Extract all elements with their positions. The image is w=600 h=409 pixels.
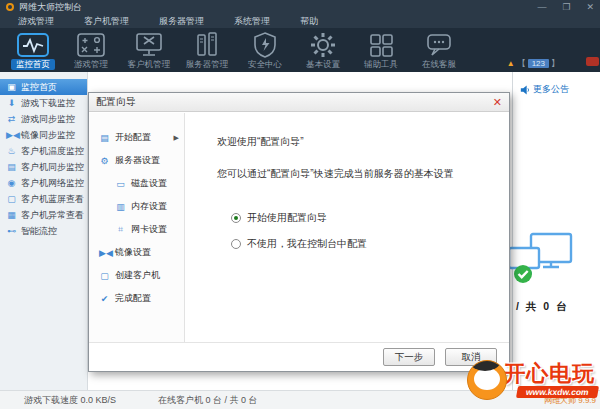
nic-settings-icon: ⌗: [115, 224, 126, 235]
sidebar: ▣ 监控首页 ⬇ 游戏下载监控 ⇄ 游戏同步监控 ▶◀ 镜像同步监控 ♨ 客户机…: [0, 72, 88, 390]
config-wizard-dialog: 配置向导 ✕ ▤ 开始配置 ▶ ⚙ 服务器设置 ▭ 磁盘设置 ▥: [88, 92, 510, 372]
shield-lightning-icon: [236, 31, 294, 58]
tool-auxiliary-tools[interactable]: 辅助工具: [352, 28, 410, 72]
maximize-button[interactable]: ❐: [562, 0, 570, 14]
download-icon: ⬇: [6, 98, 17, 108]
tools-grid-icon: [352, 31, 410, 58]
warning-triangle-icon: ▲: [507, 59, 515, 68]
monitor-pulse-icon: [4, 31, 62, 58]
server-settings-icon: ⚙: [99, 156, 110, 166]
alert-badge[interactable]: ▲ 【 123 】: [507, 57, 560, 70]
tool-client-management[interactable]: 客户机管理: [120, 28, 178, 72]
bluescreen-icon: ▢: [6, 194, 17, 204]
titlebar: 网维大师控制台 — ❐ ✕: [0, 0, 600, 14]
radio-unselected-icon[interactable]: [231, 239, 241, 249]
tool-monitor-home[interactable]: 监控首页: [4, 28, 62, 72]
online-clients-text: 在线客户机 0 台 / 共 0 台: [158, 394, 258, 407]
step-nic-settings[interactable]: ⌗ 网卡设置: [89, 218, 184, 241]
mirror-icon: ▶◀: [6, 130, 17, 140]
step-finish-config[interactable]: ✔ 完成配置: [89, 287, 184, 310]
corner-red-icon: [586, 57, 599, 66]
close-button[interactable]: ✕: [586, 0, 594, 14]
clients-count-text: / 共 0 台: [516, 300, 569, 314]
dialog-close-icon[interactable]: ✕: [493, 96, 502, 109]
finish-config-icon: ✔: [99, 294, 110, 304]
next-button[interactable]: 下一步: [383, 348, 435, 366]
wizard-content: 欢迎使用“配置向导” 您可以通过“配置向导”快速完成当前服务器的基本设置 开始使…: [185, 113, 509, 342]
tool-security-center[interactable]: 安全中心: [236, 28, 294, 72]
sidebar-item-client-sync-monitor[interactable]: ▤ 客户机同步监控: [0, 159, 87, 175]
app-logo-icon: [6, 3, 14, 11]
client-sync-icon: ▤: [6, 162, 17, 172]
mascot-logo-icon: [467, 360, 507, 400]
step-memory-settings[interactable]: ▥ 内存设置: [89, 195, 184, 218]
client-monitor-icon: [120, 31, 178, 58]
image-settings-icon: ▶◀: [99, 248, 110, 258]
step-create-client[interactable]: ▢ 创建客户机: [89, 264, 184, 287]
menu-server-management[interactable]: 服务器管理: [159, 15, 204, 28]
sidebar-item-smart-flow-control[interactable]: ⊷ 智能流控: [0, 223, 87, 239]
tool-server-management[interactable]: 服务器管理: [178, 28, 236, 72]
menu-game-management[interactable]: 游戏管理: [18, 15, 54, 28]
minimize-button[interactable]: —: [537, 0, 546, 14]
exception-icon: ▦: [6, 210, 17, 220]
step-server-settings[interactable]: ⚙ 服务器设置: [89, 149, 184, 172]
welcome-text: 欢迎使用“配置向导”: [217, 135, 499, 149]
download-speed-text: 游戏下载速度 0.0 KB/S: [24, 394, 116, 407]
server-icon: [178, 31, 236, 58]
step-image-settings[interactable]: ▶◀ 镜像设置: [89, 241, 184, 264]
sidebar-item-image-sync-monitor[interactable]: ▶◀ 镜像同步监控: [0, 127, 87, 143]
flow-control-icon: ⊷: [6, 226, 17, 236]
dialog-titlebar: 配置向导 ✕: [89, 93, 509, 112]
kxdw-watermark: 开心电玩 www.kxdw.com: [467, 360, 598, 400]
speaker-icon: [520, 85, 530, 95]
right-panel: 更多公告 / 共 0 台: [512, 72, 600, 390]
create-client-icon: ▢: [99, 271, 110, 281]
more-announcements-link[interactable]: 更多公告: [520, 83, 600, 96]
step-start-config[interactable]: ▤ 开始配置 ▶: [89, 126, 184, 149]
gear-icon: [294, 31, 352, 58]
sidebar-item-game-download-monitor[interactable]: ⬇ 游戏下载监控: [0, 95, 87, 111]
dialog-title: 配置向导: [96, 95, 136, 109]
memory-settings-icon: ▥: [115, 202, 126, 212]
radio-use-wizard[interactable]: 开始使用配置向导: [231, 211, 499, 225]
chat-bubble-icon: [410, 31, 468, 58]
sidebar-item-monitor-home[interactable]: ▣ 监控首页: [0, 79, 87, 95]
menu-help[interactable]: 帮助: [300, 15, 318, 28]
sidebar-item-client-exception-view[interactable]: ▦ 客户机异常查看: [0, 207, 87, 223]
sidebar-item-client-network-monitor[interactable]: ◉ 客户机网络监控: [0, 175, 87, 191]
disk-settings-icon: ▭: [115, 179, 126, 189]
start-config-icon: ▤: [99, 133, 110, 143]
menubar: 游戏管理 客户机管理 服务器管理 系统管理 帮助: [0, 14, 600, 28]
radio-selected-icon[interactable]: [231, 213, 241, 223]
current-step-arrow-icon: ▶: [174, 134, 179, 142]
dialog-footer: 下一步 取消: [89, 342, 509, 371]
alert-count: 123: [528, 59, 549, 68]
sync-icon: ⇄: [6, 114, 17, 124]
menu-client-management[interactable]: 客户机管理: [84, 15, 129, 28]
network-icon: ◉: [6, 178, 17, 188]
watermark-url: www.kxdw.com: [516, 386, 599, 398]
tool-game-management[interactable]: 游戏管理: [62, 28, 120, 72]
step-disk-settings[interactable]: ▭ 磁盘设置: [89, 172, 184, 195]
window-title: 网维大师控制台: [19, 1, 82, 14]
monitor-home-icon: ▣: [6, 82, 17, 92]
tool-basic-settings[interactable]: 基本设置: [294, 28, 352, 72]
description-text: 您可以通过“配置向导”快速完成当前服务器的基本设置: [217, 167, 499, 181]
tool-online-service[interactable]: 在线客服: [410, 28, 468, 72]
sidebar-item-client-temperature-monitor[interactable]: ♨ 客户机温度监控: [0, 143, 87, 159]
sidebar-item-client-bluescreen-view[interactable]: ▢ 客户机蓝屏查看: [0, 191, 87, 207]
clients-illustration: [505, 230, 577, 292]
temperature-icon: ♨: [6, 146, 17, 156]
games-grid-icon: [62, 31, 120, 58]
wizard-steps: ▤ 开始配置 ▶ ⚙ 服务器设置 ▭ 磁盘设置 ▥ 内存设置 ⌗: [89, 113, 185, 342]
menu-system-management[interactable]: 系统管理: [234, 15, 270, 28]
radio-skip-wizard[interactable]: 不使用，我在控制台中配置: [231, 237, 499, 251]
sidebar-item-game-sync-monitor[interactable]: ⇄ 游戏同步监控: [0, 111, 87, 127]
app-window: 网维大师控制台 — ❐ ✕ 游戏管理 客户机管理 服务器管理 系统管理 帮助 监…: [0, 0, 600, 409]
watermark-brand: 开心电玩: [503, 363, 595, 385]
